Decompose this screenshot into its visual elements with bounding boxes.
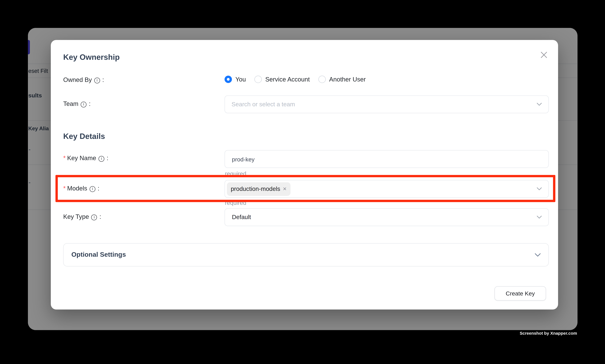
close-button[interactable]	[540, 51, 548, 59]
radio-label: You	[235, 76, 246, 83]
watermark-text: Screenshot by Xnapper.com	[520, 331, 577, 336]
key-type-label: Key Type i :	[63, 213, 101, 220]
radio-circle[interactable]	[254, 76, 262, 83]
info-icon: i	[94, 78, 100, 83]
radio-owned-by-service-account[interactable]: Service Account	[254, 76, 310, 83]
owned-by-label: Owned By i :	[63, 77, 104, 83]
radio-label: Another User	[329, 76, 366, 83]
models-label: * Models i :	[63, 185, 99, 192]
required-marker: *	[63, 185, 65, 192]
key-name-input[interactable]	[225, 150, 549, 168]
chevron-down-icon	[537, 187, 542, 190]
label-colon: :	[107, 155, 108, 162]
key-type-label-text: Key Type	[63, 213, 89, 220]
models-label-text: Models	[67, 185, 87, 192]
create-key-modal: Key Ownership Owned By i : You Service A…	[51, 40, 558, 310]
remove-tag-icon[interactable]: ×	[283, 186, 287, 192]
team-label: Team i :	[63, 101, 90, 108]
key-details-heading: Key Details	[63, 132, 105, 141]
key-name-validation-message: required	[225, 170, 246, 177]
team-select-placeholder: Search or select a team	[232, 101, 295, 108]
info-icon: i	[91, 214, 97, 220]
required-marker: *	[63, 155, 65, 162]
optional-settings-heading: Optional Settings	[71, 251, 126, 259]
label-colon: :	[89, 101, 90, 108]
models-select[interactable]: production-models ×	[225, 180, 549, 198]
info-icon: i	[81, 101, 87, 107]
owned-by-label-text: Owned By	[63, 77, 92, 83]
models-tag-text: production-models	[231, 185, 280, 193]
owned-by-radio-group: You Service Account Another User	[225, 76, 366, 83]
radio-circle[interactable]	[318, 76, 326, 83]
key-type-select[interactable]: Default	[225, 208, 549, 226]
info-icon: i	[99, 156, 104, 162]
key-name-input-wrap	[225, 150, 549, 168]
screenshot-stage: eset Filt sults Key Alia Up - 11/ - 11/ …	[0, 0, 605, 364]
modal-title: Key Ownership	[63, 53, 120, 62]
radio-owned-by-another-user[interactable]: Another User	[318, 76, 366, 83]
key-type-selected-value: Default	[232, 214, 251, 221]
models-validation-message: required	[225, 199, 246, 206]
radio-owned-by-you[interactable]: You	[225, 76, 246, 83]
create-key-button[interactable]: Create Key	[494, 286, 546, 300]
info-icon: i	[90, 186, 95, 192]
radio-circle[interactable]	[225, 76, 232, 83]
label-colon: :	[98, 185, 99, 192]
key-name-label: * Key Name i :	[63, 155, 108, 162]
key-name-label-text: Key Name	[67, 155, 96, 162]
close-icon	[540, 51, 548, 59]
chevron-down-icon	[537, 216, 542, 219]
label-colon: :	[99, 213, 101, 220]
optional-settings-toggle[interactable]: Optional Settings	[63, 243, 549, 266]
chevron-down-icon	[537, 103, 542, 106]
label-colon: :	[102, 77, 104, 83]
team-label-text: Team	[63, 101, 78, 108]
team-select[interactable]: Search or select a team	[225, 95, 549, 113]
radio-label: Service Account	[265, 76, 310, 83]
chevron-down-icon	[535, 253, 541, 257]
models-selected-tag: production-models ×	[227, 182, 290, 196]
